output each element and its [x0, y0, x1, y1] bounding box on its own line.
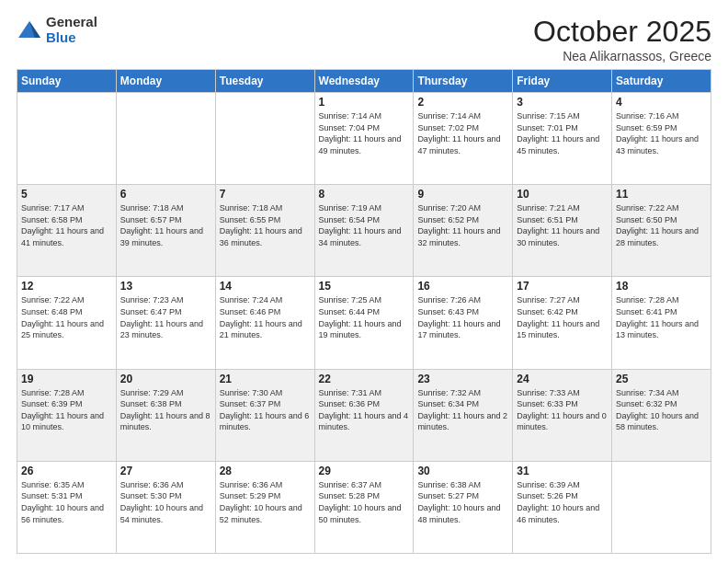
calendar-cell: 27Sunrise: 6:36 AMSunset: 5:30 PMDayligh… — [116, 461, 215, 553]
calendar-cell: 14Sunrise: 7:24 AMSunset: 6:46 PMDayligh… — [215, 277, 314, 369]
day-info: Sunrise: 7:15 AMSunset: 7:01 PMDaylight:… — [517, 110, 608, 156]
calendar-cell — [612, 461, 711, 553]
day-info: Sunrise: 6:37 AMSunset: 5:28 PMDaylight:… — [319, 479, 410, 525]
day-info: Sunrise: 7:24 AMSunset: 6:46 PMDaylight:… — [220, 294, 311, 340]
page: General Blue October 2025 Nea Alikarnass… — [0, 0, 728, 563]
day-number: 4 — [616, 96, 707, 109]
day-info: Sunrise: 7:25 AMSunset: 6:44 PMDaylight:… — [319, 294, 410, 340]
header-monday: Monday — [116, 70, 215, 93]
calendar-cell: 17Sunrise: 7:27 AMSunset: 6:42 PMDayligh… — [513, 277, 612, 369]
day-info: Sunrise: 7:14 AMSunset: 7:04 PMDaylight:… — [319, 110, 410, 156]
calendar-week-row: 12Sunrise: 7:22 AMSunset: 6:48 PMDayligh… — [17, 277, 711, 369]
day-info: Sunrise: 7:16 AMSunset: 6:59 PMDaylight:… — [616, 110, 707, 156]
calendar-cell: 24Sunrise: 7:33 AMSunset: 6:33 PMDayligh… — [513, 369, 612, 461]
calendar-cell: 18Sunrise: 7:28 AMSunset: 6:41 PMDayligh… — [612, 277, 711, 369]
day-number: 18 — [616, 280, 707, 293]
calendar-cell: 29Sunrise: 6:37 AMSunset: 5:28 PMDayligh… — [314, 461, 414, 553]
day-number: 14 — [220, 280, 311, 293]
day-number: 24 — [517, 373, 608, 385]
day-info: Sunrise: 7:28 AMSunset: 6:41 PMDaylight:… — [616, 294, 707, 340]
day-number: 22 — [319, 373, 410, 385]
day-number: 27 — [120, 465, 211, 477]
day-number: 30 — [417, 465, 508, 477]
day-info: Sunrise: 7:31 AMSunset: 6:36 PMDaylight:… — [319, 387, 410, 433]
month-title: October 2025 — [533, 15, 711, 49]
day-number: 20 — [120, 373, 211, 385]
logo-blue-text: Blue — [46, 30, 97, 46]
day-number: 25 — [616, 373, 707, 385]
day-number: 5 — [21, 188, 112, 201]
day-info: Sunrise: 7:28 AMSunset: 6:39 PMDaylight:… — [21, 387, 112, 433]
day-info: Sunrise: 7:18 AMSunset: 6:55 PMDaylight:… — [220, 202, 311, 248]
day-info: Sunrise: 7:27 AMSunset: 6:42 PMDaylight:… — [517, 294, 608, 340]
weekday-header-row: Sunday Monday Tuesday Wednesday Thursday… — [17, 70, 711, 93]
header-thursday: Thursday — [414, 70, 513, 93]
day-info: Sunrise: 7:17 AMSunset: 6:58 PMDaylight:… — [21, 202, 112, 248]
day-number: 15 — [319, 280, 410, 293]
day-number: 21 — [220, 373, 311, 385]
calendar-cell: 20Sunrise: 7:29 AMSunset: 6:38 PMDayligh… — [116, 369, 215, 461]
calendar-cell: 10Sunrise: 7:21 AMSunset: 6:51 PMDayligh… — [513, 185, 612, 277]
calendar-cell: 4Sunrise: 7:16 AMSunset: 6:59 PMDaylight… — [612, 93, 711, 185]
header-tuesday: Tuesday — [215, 70, 314, 93]
day-number: 11 — [616, 188, 707, 201]
day-number: 23 — [417, 373, 508, 385]
day-number: 19 — [21, 373, 112, 385]
day-number: 10 — [517, 188, 608, 201]
day-number: 8 — [319, 188, 410, 201]
day-number: 13 — [120, 280, 211, 293]
day-number: 1 — [319, 96, 410, 109]
calendar-cell: 22Sunrise: 7:31 AMSunset: 6:36 PMDayligh… — [314, 369, 414, 461]
day-info: Sunrise: 7:20 AMSunset: 6:52 PMDaylight:… — [417, 202, 508, 248]
day-number: 17 — [517, 280, 608, 293]
day-info: Sunrise: 7:23 AMSunset: 6:47 PMDaylight:… — [120, 294, 211, 340]
header-wednesday: Wednesday — [314, 70, 414, 93]
day-info: Sunrise: 6:39 AMSunset: 5:26 PMDaylight:… — [517, 479, 608, 525]
calendar-cell: 13Sunrise: 7:23 AMSunset: 6:47 PMDayligh… — [116, 277, 215, 369]
logo-icon — [17, 17, 42, 43]
day-number: 26 — [21, 465, 112, 477]
calendar-body: 1Sunrise: 7:14 AMSunset: 7:04 PMDaylight… — [17, 93, 711, 554]
header-sunday: Sunday — [17, 70, 117, 93]
day-info: Sunrise: 7:21 AMSunset: 6:51 PMDaylight:… — [517, 202, 608, 248]
calendar-header: Sunday Monday Tuesday Wednesday Thursday… — [17, 70, 711, 93]
calendar-cell: 2Sunrise: 7:14 AMSunset: 7:02 PMDaylight… — [414, 93, 513, 185]
day-number: 3 — [517, 96, 608, 109]
calendar-cell: 31Sunrise: 6:39 AMSunset: 5:26 PMDayligh… — [513, 461, 612, 553]
calendar-cell: 30Sunrise: 6:38 AMSunset: 5:27 PMDayligh… — [414, 461, 513, 553]
day-number: 6 — [120, 188, 211, 201]
calendar-cell: 5Sunrise: 7:17 AMSunset: 6:58 PMDaylight… — [17, 185, 117, 277]
day-info: Sunrise: 7:18 AMSunset: 6:57 PMDaylight:… — [120, 202, 211, 248]
calendar-week-row: 19Sunrise: 7:28 AMSunset: 6:39 PMDayligh… — [17, 369, 711, 461]
day-number: 2 — [417, 96, 508, 109]
day-info: Sunrise: 7:19 AMSunset: 6:54 PMDaylight:… — [319, 202, 410, 248]
top-section: General Blue October 2025 Nea Alikarnass… — [17, 15, 711, 63]
calendar-cell: 28Sunrise: 6:36 AMSunset: 5:29 PMDayligh… — [215, 461, 314, 553]
calendar-cell: 1Sunrise: 7:14 AMSunset: 7:04 PMDaylight… — [314, 93, 414, 185]
calendar-cell: 21Sunrise: 7:30 AMSunset: 6:37 PMDayligh… — [215, 369, 314, 461]
logo-general-text: General — [46, 15, 97, 30]
calendar-cell — [17, 93, 117, 185]
day-info: Sunrise: 6:36 AMSunset: 5:30 PMDaylight:… — [120, 479, 211, 525]
day-info: Sunrise: 7:22 AMSunset: 6:50 PMDaylight:… — [616, 202, 707, 248]
day-number: 29 — [319, 465, 410, 477]
day-info: Sunrise: 7:34 AMSunset: 6:32 PMDaylight:… — [616, 387, 707, 433]
day-info: Sunrise: 7:32 AMSunset: 6:34 PMDaylight:… — [417, 387, 508, 433]
calendar-cell: 7Sunrise: 7:18 AMSunset: 6:55 PMDaylight… — [215, 185, 314, 277]
day-info: Sunrise: 6:35 AMSunset: 5:31 PMDaylight:… — [21, 479, 112, 525]
calendar-cell — [116, 93, 215, 185]
day-number: 12 — [21, 280, 112, 293]
day-info: Sunrise: 7:14 AMSunset: 7:02 PMDaylight:… — [417, 110, 508, 156]
calendar-cell: 11Sunrise: 7:22 AMSunset: 6:50 PMDayligh… — [612, 185, 711, 277]
calendar-cell: 25Sunrise: 7:34 AMSunset: 6:32 PMDayligh… — [612, 369, 711, 461]
header-right: October 2025 Nea Alikarnassos, Greece — [533, 15, 711, 63]
day-info: Sunrise: 7:26 AMSunset: 6:43 PMDaylight:… — [417, 294, 508, 340]
calendar-cell: 26Sunrise: 6:35 AMSunset: 5:31 PMDayligh… — [17, 461, 117, 553]
calendar-table: Sunday Monday Tuesday Wednesday Thursday… — [17, 69, 711, 554]
day-number: 9 — [417, 188, 508, 201]
calendar-cell: 12Sunrise: 7:22 AMSunset: 6:48 PMDayligh… — [17, 277, 117, 369]
calendar-cell: 16Sunrise: 7:26 AMSunset: 6:43 PMDayligh… — [414, 277, 513, 369]
calendar-week-row: 5Sunrise: 7:17 AMSunset: 6:58 PMDaylight… — [17, 185, 711, 277]
logo-text: General Blue — [46, 15, 97, 45]
calendar-cell: 9Sunrise: 7:20 AMSunset: 6:52 PMDaylight… — [414, 185, 513, 277]
